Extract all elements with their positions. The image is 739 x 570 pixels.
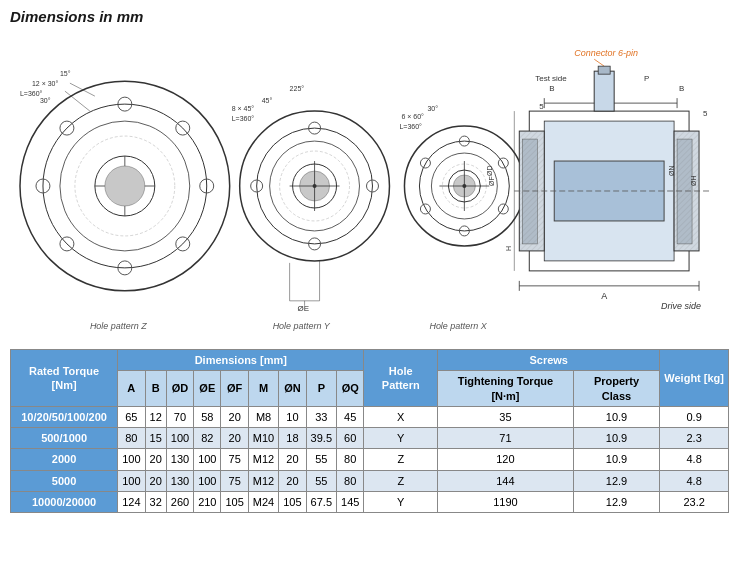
table-cell: 100 xyxy=(166,428,193,449)
table-cell: 1190 xyxy=(438,492,574,513)
table-cell: X xyxy=(364,406,438,427)
table-cell: 130 xyxy=(166,470,193,491)
col-tightening-torque: Tightening Torque [N·m] xyxy=(438,371,574,407)
table-cell: 500/1000 xyxy=(11,428,118,449)
svg-text:6 × 60°: 6 × 60° xyxy=(401,113,424,120)
svg-text:45°: 45° xyxy=(262,97,273,104)
svg-text:30°: 30° xyxy=(40,97,51,104)
svg-rect-100 xyxy=(598,66,610,74)
table-cell: 20 xyxy=(279,470,306,491)
col-of: ØF xyxy=(221,371,248,407)
table-cell: 10.9 xyxy=(573,406,660,427)
table-cell: 130 xyxy=(166,449,193,470)
table-cell: 120 xyxy=(438,449,574,470)
table-cell: 210 xyxy=(194,492,221,513)
table-cell: 10.9 xyxy=(573,449,660,470)
table-cell: 20 xyxy=(221,406,248,427)
dimensions-table-wrapper: Rated Torque [Nm] Dimensions [mm] Hole P… xyxy=(10,349,729,513)
table-cell: Y xyxy=(364,428,438,449)
table-row: 10/20/50/100/2006512705820M8103345X3510.… xyxy=(11,406,729,427)
table-cell: 23.2 xyxy=(660,492,729,513)
table-row: 20001002013010075M12205580Z12010.94.8 xyxy=(11,449,729,470)
table-cell: 105 xyxy=(279,492,306,513)
table-cell: 2000 xyxy=(11,449,118,470)
table-cell: 65 xyxy=(118,406,145,427)
table-cell: 100 xyxy=(118,449,145,470)
col-dimensions-group: Dimensions [mm] xyxy=(118,350,364,371)
table-cell: 45 xyxy=(337,406,364,427)
table-cell: 20 xyxy=(279,449,306,470)
svg-point-18 xyxy=(105,166,145,206)
svg-text:L=360°: L=360° xyxy=(20,90,43,97)
svg-rect-99 xyxy=(594,71,614,111)
table-cell: 39.5 xyxy=(306,428,336,449)
svg-text:Drive side: Drive side xyxy=(661,301,701,311)
table-cell: 75 xyxy=(221,449,248,470)
col-a: A xyxy=(118,371,145,407)
table-cell: 10 xyxy=(279,406,306,427)
table-cell: 60 xyxy=(337,428,364,449)
svg-text:5: 5 xyxy=(539,102,544,111)
table-cell: 58 xyxy=(194,406,221,427)
table-cell: 70 xyxy=(166,406,193,427)
svg-text:ØD: ØD xyxy=(486,166,493,176)
svg-text:ØN: ØN xyxy=(668,166,675,176)
table-cell: 32 xyxy=(145,492,166,513)
table-cell: M10 xyxy=(248,428,278,449)
col-screws-group: Screws xyxy=(438,350,660,371)
table-cell: 12.9 xyxy=(573,492,660,513)
table-cell: 18 xyxy=(279,428,306,449)
table-cell: 80 xyxy=(337,449,364,470)
table-cell: 20 xyxy=(145,470,166,491)
table-cell: 0.9 xyxy=(660,406,729,427)
table-cell: 10/20/50/100/200 xyxy=(11,406,118,427)
table-cell: 80 xyxy=(337,470,364,491)
table-cell: 55 xyxy=(306,449,336,470)
table-cell: 2.3 xyxy=(660,428,729,449)
table-cell: 100 xyxy=(118,470,145,491)
page-title: Dimensions in mm xyxy=(10,8,729,25)
table-cell: 124 xyxy=(118,492,145,513)
table-cell: 4.8 xyxy=(660,470,729,491)
table-cell: 20 xyxy=(145,449,166,470)
table-cell: Y xyxy=(364,492,438,513)
table-cell: 100 xyxy=(194,470,221,491)
table-cell: M8 xyxy=(248,406,278,427)
table-cell: M24 xyxy=(248,492,278,513)
table-cell: Z xyxy=(364,449,438,470)
svg-text:30°: 30° xyxy=(427,105,438,112)
table-cell: 105 xyxy=(221,492,248,513)
table-cell: 55 xyxy=(306,470,336,491)
svg-rect-103 xyxy=(674,131,699,251)
table-cell: 260 xyxy=(166,492,193,513)
col-weight: Weight [kg] xyxy=(660,350,729,407)
table-row: 500/100080151008220M101839.560Y7110.92.3 xyxy=(11,428,729,449)
table-cell: 75 xyxy=(221,470,248,491)
svg-text:5: 5 xyxy=(703,109,708,118)
table-cell: 35 xyxy=(438,406,574,427)
col-p: P xyxy=(306,371,336,407)
svg-text:Connector 6-pin: Connector 6-pin xyxy=(574,48,638,58)
table-cell: 33 xyxy=(306,406,336,427)
table-cell: 145 xyxy=(337,492,364,513)
dimensions-table: Rated Torque [Nm] Dimensions [mm] Hole P… xyxy=(10,349,729,513)
table-cell: M12 xyxy=(248,449,278,470)
svg-text:15°: 15° xyxy=(60,70,71,77)
col-m: M xyxy=(248,371,278,407)
svg-text:ØE: ØE xyxy=(298,304,310,313)
table-cell: 15 xyxy=(145,428,166,449)
svg-text:Hole pattern Y: Hole pattern Y xyxy=(273,321,331,331)
table-cell: 67.5 xyxy=(306,492,336,513)
table-cell: 80 xyxy=(118,428,145,449)
table-cell: 4.8 xyxy=(660,449,729,470)
table-cell: M12 xyxy=(248,470,278,491)
svg-point-58 xyxy=(462,184,466,188)
svg-text:H: H xyxy=(505,246,512,251)
svg-text:Hole pattern X: Hole pattern X xyxy=(429,321,487,331)
svg-text:ØF: ØF xyxy=(488,176,495,186)
col-property-class: Property Class xyxy=(573,371,660,407)
svg-point-35 xyxy=(313,184,317,188)
diagram-area: 12 × 30° L=360° 15° 30° Hole pattern Z xyxy=(10,31,729,341)
svg-text:Test side: Test side xyxy=(535,74,567,83)
svg-text:12 × 30°: 12 × 30° xyxy=(32,80,58,87)
